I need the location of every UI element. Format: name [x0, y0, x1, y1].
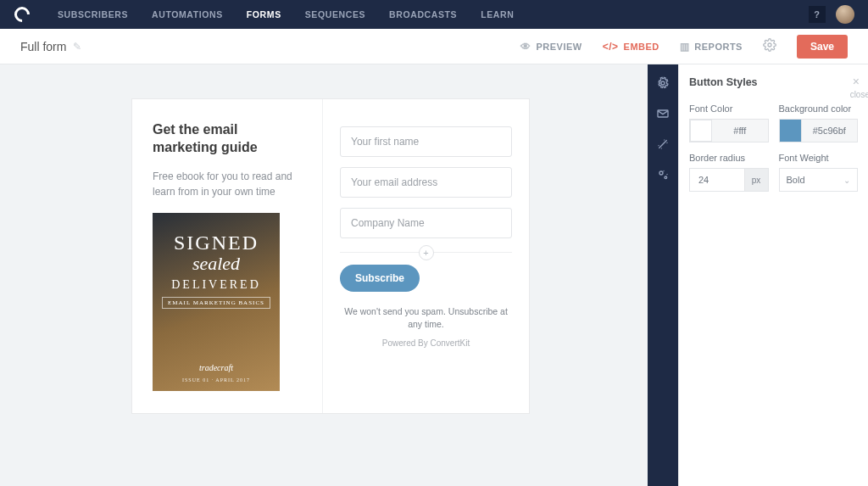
radius-label: Border radius [689, 153, 769, 163]
email-field[interactable]: Your email address [340, 167, 512, 198]
preview-label: Preview [536, 42, 581, 52]
weight-select[interactable]: Bold ⌄ [779, 168, 859, 192]
nav-sequences[interactable]: Sequences [305, 9, 365, 20]
reports-link[interactable]: ▥ Reports [680, 41, 743, 53]
cover-line-4: EMAIL MARKETING BASICS [162, 297, 270, 309]
styles-rail [648, 64, 678, 486]
rail-wand-icon[interactable] [656, 137, 670, 151]
cover-date: ISSUE 01 · APRIL 2017 [182, 377, 250, 383]
font-color-swatch[interactable] [690, 120, 712, 142]
font-color-group: Font Color #fff [689, 103, 769, 142]
form-toolbar: Full form ✎ 👁 Preview </> Embed ▥ Report… [0, 29, 868, 64]
save-button[interactable]: Save [797, 35, 848, 59]
chevron-down-icon: ⌄ [843, 176, 850, 185]
cover-line-2: sealed [192, 253, 240, 275]
page-title: Full form [20, 40, 66, 53]
panel-title: Button Styles [689, 76, 858, 88]
logo[interactable] [14, 6, 31, 23]
form-subtext[interactable]: Free ebook for you to read and learn fro… [153, 169, 302, 199]
bars-icon: ▥ [680, 41, 690, 53]
radius-group: Border radius 24 px [689, 153, 769, 192]
button-styles-panel: Button Styles × close Font Color #fff Ba… [678, 64, 868, 486]
nav-subscribers[interactable]: Subscribers [58, 9, 128, 20]
svg-point-4 [665, 176, 667, 179]
svg-point-1 [661, 81, 665, 85]
weight-value: Bold [787, 175, 805, 185]
rail-mail-icon[interactable] [656, 107, 670, 120]
svg-point-0 [768, 43, 771, 47]
weight-label: Font Weight [779, 153, 859, 163]
rail-advanced-icon[interactable] [656, 168, 670, 182]
cover-line-1: SIGNED [174, 232, 259, 254]
embed-label: Embed [624, 42, 659, 52]
bg-color-value: #5c96bf [802, 120, 858, 142]
powered-by: Powered By ConvertKit [340, 338, 512, 348]
form-left-panel: Get the email marketing guide Free ebook… [132, 99, 323, 413]
form-right-panel: Your first name Your email address Compa… [323, 99, 529, 413]
embed-link[interactable]: </> Embed [603, 41, 659, 53]
font-color-value: #fff [712, 120, 768, 142]
preview-link[interactable]: 👁 Preview [520, 41, 582, 53]
font-color-label: Font Color [689, 103, 769, 114]
spam-note: We won't send you spam. Unsubscribe at a… [340, 305, 512, 330]
bg-color-label: Background color [779, 103, 859, 114]
panel-close-icon[interactable]: × [853, 75, 860, 88]
weight-group: Font Weight Bold ⌄ [779, 153, 859, 192]
nav-learn[interactable]: Learn [481, 9, 514, 20]
bg-color-group: Background color #5c96bf [779, 103, 859, 142]
form-heading[interactable]: Get the email marketing guide [153, 121, 302, 157]
reports-label: Reports [694, 42, 743, 52]
bg-color-swatch[interactable] [780, 120, 802, 142]
eye-icon: 👁 [520, 41, 531, 53]
code-icon: </> [603, 41, 619, 53]
subscribe-button[interactable]: Subscribe [340, 265, 420, 292]
rail-settings-icon[interactable] [656, 76, 670, 90]
nav-forms[interactable]: Forms [247, 9, 281, 20]
nav-automations[interactable]: Automations [152, 9, 223, 20]
font-color-input[interactable]: #fff [689, 119, 769, 142]
form-card[interactable]: Get the email marketing guide Free ebook… [131, 98, 530, 414]
rename-icon[interactable]: ✎ [73, 41, 81, 53]
form-settings-icon[interactable] [763, 38, 776, 54]
panel-close-label: close [850, 90, 868, 99]
radius-input[interactable]: 24 px [689, 168, 769, 192]
form-cover-image[interactable]: SIGNED sealed DELIVERED EMAIL MARKETING … [153, 213, 280, 391]
top-navbar: Subscribers Automations Forms Sequences … [0, 0, 868, 29]
cover-signature: tradecraft [199, 363, 233, 372]
radius-unit: px [744, 169, 768, 191]
cover-line-3: DELIVERED [171, 278, 261, 292]
nav-broadcasts[interactable]: Broadcasts [389, 9, 457, 20]
first-name-field[interactable]: Your first name [340, 126, 512, 157]
add-field-button[interactable]: + [419, 245, 434, 260]
radius-value: 24 [690, 169, 744, 191]
bg-color-input[interactable]: #5c96bf [779, 119, 859, 142]
help-button[interactable]: ? [809, 6, 826, 23]
add-field-divider: + [340, 252, 512, 253]
svg-point-3 [659, 171, 663, 175]
editor-canvas[interactable]: Get the email marketing guide Free ebook… [0, 64, 648, 486]
company-field[interactable]: Company Name [340, 208, 512, 238]
avatar[interactable] [836, 5, 854, 24]
